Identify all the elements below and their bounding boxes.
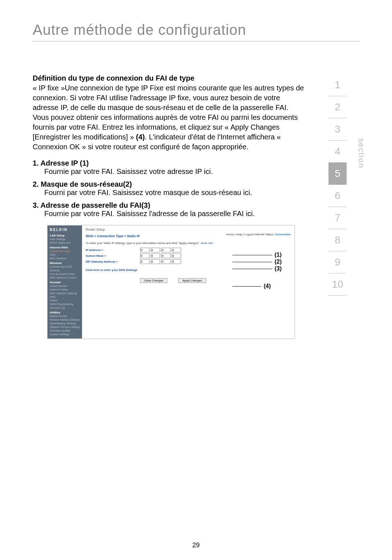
router-sidebar-link[interactable]: Restart Router	[50, 315, 80, 318]
list-item: 3. Adresse de passerelle du FAI(3)Fourni…	[33, 201, 305, 218]
ip-octet-input[interactable]	[161, 259, 171, 264]
ip-row-label: Subnet Mask >	[86, 254, 140, 257]
router-sidebar: BELKIN LAN SetupLAN SettingsDHCP Client …	[48, 226, 82, 338]
ip-octet-input[interactable]	[161, 253, 171, 258]
router-screenshot: BELKIN LAN SetupLAN SettingsDHCP Client …	[47, 225, 295, 339]
router-main: Router Setup Home | Help | Logout Intern…	[82, 226, 294, 338]
router-sidebar-group: Wireless	[50, 261, 80, 265]
ip-octet-input[interactable]	[151, 248, 160, 252]
router-sidebar-group: LAN Setup	[50, 234, 80, 237]
section-link-2[interactable]: 2	[328, 96, 347, 118]
ip-row-label: ISP Gateway Address >	[86, 260, 140, 263]
section-link-8[interactable]: 8	[328, 229, 347, 251]
router-sidebar-link[interactable]: Restore Previous Settings	[50, 325, 80, 329]
clear-changes-button[interactable]: Clear Changes	[140, 278, 167, 283]
ip-row-label: IP Address >	[86, 248, 140, 252]
list-item: 2. Masque de sous-réseau(2)Fourni par vo…	[33, 180, 305, 197]
section-nav: 12345678910 section	[316, 74, 359, 339]
section-link-6[interactable]: 6	[328, 185, 347, 207]
list-item-heading: 2. Masque de sous-réseau(2)	[33, 180, 305, 188]
ip-octet-input[interactable]	[172, 248, 181, 252]
router-sidebar-link[interactable]: WAN Ping Blocking	[50, 303, 80, 306]
router-top-nav[interactable]: Home | Help | Logout Internet Status:	[226, 233, 274, 236]
router-sidebar-link[interactable]: Channel and SSID	[50, 265, 80, 268]
router-sidebar-link[interactable]: DMZ	[50, 295, 80, 299]
apply-changes-button[interactable]: Apply Changes	[178, 278, 206, 283]
section-link-9[interactable]: 9	[328, 251, 347, 273]
router-sidebar-link[interactable]: DHCP Client List	[50, 241, 80, 244]
section-link-3[interactable]: 3	[328, 118, 347, 141]
paragraph-callout-4: (4)	[136, 133, 145, 141]
router-sidebar-link[interactable]: MAC Address	[50, 257, 80, 260]
section-link-10[interactable]: 10	[328, 273, 347, 296]
callout-1: (1)	[274, 252, 282, 258]
callout-2: (2)	[274, 259, 282, 265]
router-sidebar-group: Internet WAN	[50, 246, 80, 249]
router-sidebar-link[interactable]: Save/Backup Settings	[50, 322, 80, 325]
main-content: Définition du type de connexion du FAI d…	[33, 74, 316, 339]
intro-paragraph: « IP fixe »Une connexion de type IP Fixe…	[33, 83, 305, 152]
router-sidebar-link[interactable]: Connection Type	[50, 249, 80, 253]
section-link-1[interactable]: 1	[328, 74, 347, 96]
list-item-text: Fournie par votre FAI. Saisissez votre a…	[44, 167, 305, 176]
list-item-heading: 3. Adresse de passerelle du FAI(3)	[33, 201, 305, 210]
ip-octet-input[interactable]	[140, 248, 150, 252]
router-sidebar-group: Firewall	[50, 281, 80, 284]
router-sidebar-group: Utilities	[50, 311, 80, 314]
router-sidebar-link[interactable]: LAN Settings	[50, 238, 80, 241]
router-instruction: To enter your Static IP settings, type i…	[86, 242, 291, 245]
paragraph-text-a: « IP fixe »Une connexion de type IP Fixe…	[33, 84, 304, 141]
router-setup-label: Router Setup	[86, 228, 291, 231]
page-title: Autre méthode de configuration	[33, 22, 359, 41]
section-label: section	[356, 138, 366, 169]
list-item-heading: 1. Adresse IP (1)	[33, 159, 305, 167]
ip-octet-input[interactable]	[140, 259, 150, 264]
list-item: 1. Adresse IP (1)Fournie par votre FAI. …	[33, 159, 305, 176]
router-sidebar-link[interactable]: DNS	[50, 253, 80, 256]
router-sidebar-link[interactable]: Firmware Update	[50, 329, 80, 332]
callout-4: (4)	[264, 283, 271, 289]
router-instruction-text: To enter your Static IP settings, type i…	[86, 242, 200, 245]
router-status: Connection	[275, 233, 291, 236]
section-link-5[interactable]: 5	[328, 163, 347, 185]
router-sidebar-link[interactable]: Security Log	[50, 306, 80, 309]
router-sidebar-link[interactable]: MAC Address Filtering	[50, 292, 80, 295]
belkin-logo: BELKIN	[50, 228, 80, 232]
callout-3: (3)	[274, 265, 282, 272]
router-sidebar-link[interactable]: Restore Factory Defaults	[50, 318, 80, 321]
router-sidebar-link[interactable]: Virtual Servers	[50, 284, 80, 288]
ip-octet-input[interactable]	[151, 253, 160, 258]
router-sidebar-link[interactable]: Use as Access Point	[50, 272, 80, 276]
list-item-text: Fournie par votre FAI. Saisissez l'adres…	[44, 210, 305, 218]
page-number: 29	[0, 541, 392, 549]
list-item-text: Fourni par votre FAI. Saisissez votre ma…	[44, 188, 305, 197]
ip-octet-input[interactable]	[161, 248, 171, 252]
section-link-7[interactable]: 7	[328, 207, 347, 229]
ip-octet-input[interactable]	[172, 259, 181, 264]
screenshot-callouts: (1) (2) (3) (4)	[232, 252, 282, 290]
ip-octet-input[interactable]	[172, 253, 181, 258]
more-info-link[interactable]: More Info	[201, 242, 213, 245]
router-sidebar-link[interactable]: DDNS	[50, 299, 80, 302]
section-link-4[interactable]: 4	[328, 141, 347, 163]
section-heading: Définition du type de connexion du FAI d…	[33, 74, 305, 82]
router-sidebar-link[interactable]: Client IP Filters	[50, 288, 80, 291]
router-sidebar-link[interactable]: MAC Address Control	[50, 276, 80, 279]
ip-octet-input[interactable]	[140, 253, 150, 258]
router-sidebar-link[interactable]: Security	[50, 269, 80, 272]
router-top-links: Home | Help | Logout Internet Status: Co…	[226, 233, 291, 236]
ip-octet-input[interactable]	[151, 259, 160, 264]
router-sidebar-link[interactable]: System Settings	[50, 333, 80, 336]
